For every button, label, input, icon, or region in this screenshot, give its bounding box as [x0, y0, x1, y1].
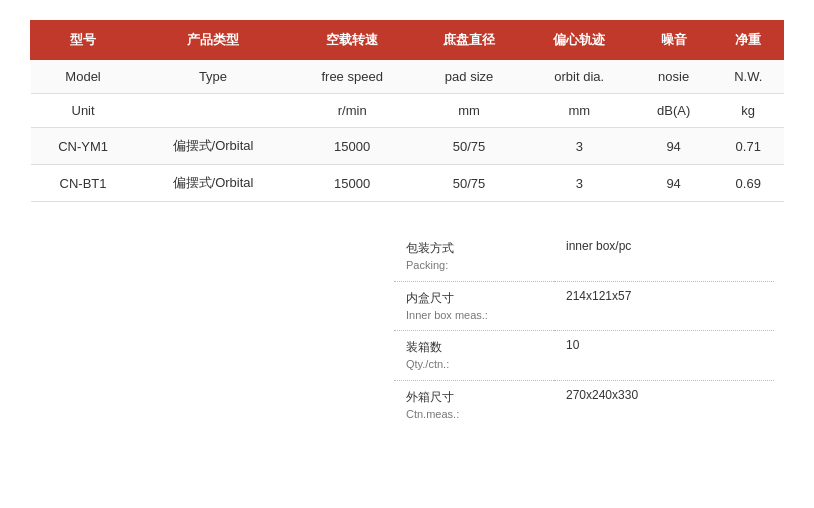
info-value: 10 [554, 331, 774, 381]
table-row: Unitr/minmmmmdB(A)kg [31, 94, 784, 128]
info-row: 外箱尺寸Ctn.meas.:270x240x330 [394, 380, 774, 429]
cell-pad_size: pad size [414, 60, 524, 94]
info-label: 装箱数Qty./ctn.: [394, 331, 554, 381]
cell-nw: 0.71 [713, 128, 784, 165]
cell-orbit: mm [524, 94, 634, 128]
cell-noise: 94 [634, 128, 713, 165]
table-row: CN-YM1偏摆式/Orbital1500050/753940.71 [31, 128, 784, 165]
info-label: 外箱尺寸Ctn.meas.: [394, 380, 554, 429]
cell-model: CN-YM1 [31, 128, 136, 165]
cell-orbit: orbit dia. [524, 60, 634, 94]
cell-noise: dB(A) [634, 94, 713, 128]
page-wrapper: 型号 产品类型 空载转速 庶盘直径 偏心轨迹 噪音 净重 [0, 0, 814, 449]
cell-model: CN-BT1 [31, 165, 136, 202]
cell-pad_size: mm [414, 94, 524, 128]
cell-noise: 94 [634, 165, 713, 202]
header-pad-size: 庶盘直径 [414, 21, 524, 60]
cell-free_speed: free speed [290, 60, 414, 94]
cell-type: 偏摆式/Orbital [136, 165, 291, 202]
info-section: 包装方式Packing:inner box/pc内盒尺寸Inner box me… [30, 232, 784, 429]
info-label: 包装方式Packing: [394, 232, 554, 281]
cell-noise: nosie [634, 60, 713, 94]
info-value: 214x121x57 [554, 281, 774, 331]
info-row: 包装方式Packing:inner box/pc [394, 232, 774, 281]
cell-free_speed: r/min [290, 94, 414, 128]
info-label: 内盒尺寸Inner box meas.: [394, 281, 554, 331]
cell-free_speed: 15000 [290, 165, 414, 202]
info-value: 270x240x330 [554, 380, 774, 429]
info-row: 内盒尺寸Inner box meas.:214x121x57 [394, 281, 774, 331]
header-noise: 噪音 [634, 21, 713, 60]
cell-model: Model [31, 60, 136, 94]
cell-nw: kg [713, 94, 784, 128]
cell-type [136, 94, 291, 128]
table-row: ModelTypefree speedpad sizeorbit dia.nos… [31, 60, 784, 94]
cell-pad_size: 50/75 [414, 165, 524, 202]
cell-type: Type [136, 60, 291, 94]
header-orbit: 偏心轨迹 [524, 21, 634, 60]
cell-pad_size: 50/75 [414, 128, 524, 165]
table-header-row: 型号 产品类型 空载转速 庶盘直径 偏心轨迹 噪音 净重 [31, 21, 784, 60]
cell-type: 偏摆式/Orbital [136, 128, 291, 165]
info-row: 装箱数Qty./ctn.:10 [394, 331, 774, 381]
specs-table: 型号 产品类型 空载转速 庶盘直径 偏心轨迹 噪音 净重 [30, 20, 784, 202]
info-value: inner box/pc [554, 232, 774, 281]
header-model: 型号 [31, 21, 136, 60]
header-type: 产品类型 [136, 21, 291, 60]
cell-nw: 0.69 [713, 165, 784, 202]
cell-nw: N.W. [713, 60, 784, 94]
header-nw: 净重 [713, 21, 784, 60]
cell-orbit: 3 [524, 165, 634, 202]
cell-orbit: 3 [524, 128, 634, 165]
cell-free_speed: 15000 [290, 128, 414, 165]
table-row: CN-BT1偏摆式/Orbital1500050/753940.69 [31, 165, 784, 202]
info-table: 包装方式Packing:inner box/pc内盒尺寸Inner box me… [394, 232, 774, 429]
cell-model: Unit [31, 94, 136, 128]
header-free-speed: 空载转速 [290, 21, 414, 60]
